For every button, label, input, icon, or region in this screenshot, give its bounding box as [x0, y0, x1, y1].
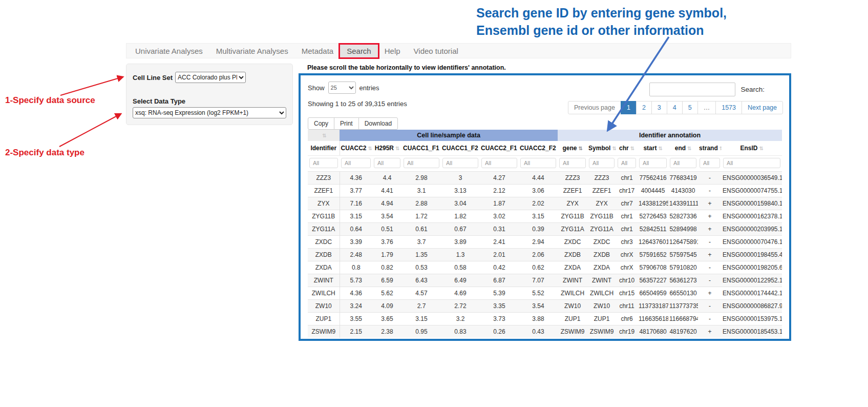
filter-input-cuacc1-f1[interactable]	[404, 158, 439, 168]
cell-symbol: ZUP1	[587, 313, 616, 325]
cell-end: 48197620	[668, 325, 698, 338]
table-row[interactable]: ZWINT5.736.596.436.496.877.07ZWINTZWINTc…	[308, 274, 782, 287]
cell-identifier: ZYX	[308, 197, 340, 210]
cell-cuacc1-f2: 1.3	[441, 249, 480, 261]
column-header-identifier[interactable]: Identifier	[308, 141, 340, 156]
filter-input-symbol[interactable]	[589, 158, 615, 168]
cell-chr: chr1	[616, 223, 638, 236]
nav-tab-multivariate-analyses[interactable]: Multivariate Analyses	[209, 45, 295, 57]
cell-cuacc2: 3.24	[340, 300, 372, 313]
cell-cuacc2-f1: 3.73	[480, 313, 519, 325]
cell-cuacc2: 3.39	[340, 236, 372, 249]
cell-cuacc2: 3.77	[340, 185, 372, 197]
cell-cuacc1-f1: 2.88	[402, 197, 441, 210]
table-row[interactable]: ZUP13.553.653.153.23.733.88ZUP1ZUP1chr61…	[308, 313, 782, 325]
table-row[interactable]: ZYG11B3.153.541.721.823.023.15ZYG11BZYG1…	[308, 210, 782, 223]
cell-cuacc1-f1: 0.53	[402, 261, 441, 274]
cell-identifier: ZWILCH	[308, 287, 340, 300]
column-header-cuacc2-f1[interactable]: CUACC2_F1⇅	[480, 141, 519, 156]
data-type-select[interactable]: xsq: RNA-seq Expression (log2 FPKM+1)	[133, 107, 286, 118]
previous-page-button[interactable]: Previous page	[568, 101, 621, 114]
page-button-5[interactable]: 5	[682, 101, 698, 114]
cell-chr: chrX	[616, 249, 638, 261]
filter-cell-h295r	[372, 156, 402, 172]
download-button[interactable]: Download	[358, 117, 398, 130]
filter-input-strand[interactable]	[700, 158, 720, 168]
page-button-4[interactable]: 4	[667, 101, 683, 114]
table-row[interactable]: ZZEF13.774.413.13.132.123.06ZZEF1ZZEF1ch…	[308, 185, 782, 197]
annotation-step2: 2-Specify data type	[5, 148, 84, 158]
table-row[interactable]: ZZZ34.364.42.9834.274.44ZZZ3ZZZ3chr17756…	[308, 172, 782, 185]
print-button[interactable]: Print	[334, 117, 359, 130]
table-row[interactable]: ZYG11A0.640.510.610.670.310.39ZYG11AZYG1…	[308, 223, 782, 236]
sort-icon: ⇅	[687, 146, 691, 151]
page-length-select[interactable]: 25	[328, 82, 356, 94]
filter-input-cuacc1-f2[interactable]	[442, 158, 478, 168]
cell-cuacc1-f2: 3.04	[441, 197, 480, 210]
cell-end: 77683419	[668, 172, 698, 185]
cell-cuacc2: 7.16	[340, 197, 372, 210]
filter-input-chr[interactable]	[618, 158, 636, 168]
cell-strand: -	[698, 313, 722, 325]
cell-ensid: ENSG00000074755.15	[722, 185, 782, 197]
nav-tab-univariate-analyses[interactable]: Univariate Analyses	[129, 45, 209, 57]
cell-cuacc2-f1: 0.26	[480, 325, 519, 338]
page-button-3[interactable]: 3	[651, 101, 667, 114]
column-header-chr[interactable]: chr⇅	[616, 141, 638, 156]
column-header-gene[interactable]: gene⇅	[558, 141, 587, 156]
cell-gene: ZYG11B	[558, 210, 587, 223]
cell-end: 126475891	[668, 236, 698, 249]
column-header-cuacc2[interactable]: CUACC2⇅	[340, 141, 372, 156]
cell-cuacc1-f2: 4.69	[441, 287, 480, 300]
cell-ensid: ENSG00000153975.10	[722, 313, 782, 325]
filter-input-cuacc2-f1[interactable]	[481, 158, 517, 168]
filter-input-end[interactable]	[670, 158, 696, 168]
table-search-control: Search:	[649, 83, 765, 96]
nav-tab-search[interactable]: Search	[340, 45, 378, 57]
column-header-strand[interactable]: strand⇅	[698, 141, 722, 156]
search-input[interactable]	[649, 83, 735, 96]
column-header-end[interactable]: end⇅	[668, 141, 698, 156]
nav-tab-video-tutorial[interactable]: Video tutorial	[407, 45, 465, 57]
table-row[interactable]: ZXDB2.481.791.351.32.012.06ZXDBZXDBchrX5…	[308, 249, 782, 261]
cell-identifier: ZXDA	[308, 261, 340, 274]
table-row[interactable]: ZWILCH4.365.624.574.695.395.52ZWILCHZWIL…	[308, 287, 782, 300]
column-header-symbol[interactable]: Symbol⇅	[587, 141, 616, 156]
column-header-cuacc1-f1[interactable]: CUACC1_F1⇅	[402, 141, 441, 156]
filter-input-cuacc2-f2[interactable]	[520, 158, 556, 168]
next-page-button[interactable]: Next page	[742, 101, 783, 114]
cell-h295r: 1.79	[372, 249, 402, 261]
red-arrow-1	[60, 77, 123, 95]
cell-ensid: ENSG00000159840.16	[722, 197, 782, 210]
column-header-start[interactable]: start⇅	[638, 141, 668, 156]
cell-chr: chr19	[616, 325, 638, 338]
table-row[interactable]: ZXDA0.80.820.530.580.420.62ZXDAZXDAchrX5…	[308, 261, 782, 274]
copy-button[interactable]: Copy	[308, 117, 334, 130]
filter-input-ensid[interactable]	[723, 158, 780, 168]
column-header-ensid[interactable]: EnsID⇅	[722, 141, 782, 156]
cell-line-set-select[interactable]: ACC Colorado plus PDX	[175, 72, 246, 83]
column-header-h295r[interactable]: H295R⇅	[372, 141, 402, 156]
page-button-1[interactable]: 1	[621, 101, 637, 114]
cell-cuacc2-f2: 4.44	[519, 172, 558, 185]
page-button-1573[interactable]: 1573	[715, 101, 742, 114]
cell-strand: +	[698, 210, 722, 223]
nav-tab-help[interactable]: Help	[378, 45, 407, 57]
table-row[interactable]: ZYX7.164.942.883.041.872.02ZYXZYXchr7143…	[308, 197, 782, 210]
filter-input-cuacc2[interactable]	[341, 158, 371, 168]
column-header-cuacc1-f2[interactable]: CUACC1_F2⇅	[441, 141, 480, 156]
filter-cell-cuacc1-f1	[402, 156, 441, 172]
filter-input-start[interactable]	[639, 158, 667, 168]
filter-input-gene[interactable]	[559, 158, 586, 168]
filter-input-h295r[interactable]	[374, 158, 400, 168]
table-row[interactable]: ZW103.244.092.72.723.353.54ZW10ZW10chr11…	[308, 300, 782, 313]
nav-tab-metadata[interactable]: Metadata	[295, 45, 341, 57]
table-row[interactable]: ZSWIM92.152.380.950.830.260.43ZSWIM9ZSWI…	[308, 325, 782, 338]
cell-strand: +	[698, 325, 722, 338]
cell-ensid: ENSG00000198455.4	[722, 249, 782, 261]
cell-cuacc2: 2.48	[340, 249, 372, 261]
filter-input-identifier[interactable]	[309, 158, 338, 168]
table-row[interactable]: ZXDC3.393.763.73.892.412.94ZXDCZXDCchr31…	[308, 236, 782, 249]
page-button-2[interactable]: 2	[636, 101, 652, 114]
column-header-cuacc2-f2[interactable]: CUACC2_F2⇅	[519, 141, 558, 156]
